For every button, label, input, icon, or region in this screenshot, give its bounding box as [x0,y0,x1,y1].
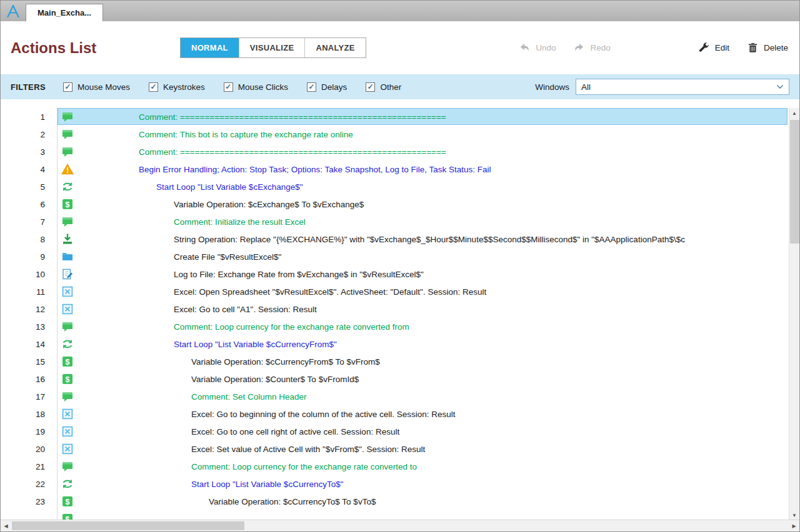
filter-label: Keystrokes [163,82,205,92]
action-row[interactable]: 18Excel: Go to beginning of the column o… [1,405,789,423]
filter-mouse-clicks[interactable]: ✓Mouse Clicks [224,82,288,92]
trash-icon [747,42,759,54]
action-text: Comment: Loop currency for the exchange … [174,322,409,332]
loop-icon [61,338,74,350]
action-row[interactable]: 3Comment: ==============================… [1,143,789,160]
action-text: Excel: Go to cell "A1". Session: Result [174,305,317,314]
vertical-scroll-thumb[interactable] [790,120,799,244]
action-row[interactable]: 12Excel: Go to cell "A1". Session: Resul… [1,300,789,318]
tab-analyze[interactable]: ANALYZE [305,38,365,57]
action-row[interactable]: 14Start Loop "List Variable $cCurrencyFr… [1,335,789,353]
filter-label: Delays [321,82,347,92]
window-tab-bar: Main_Excha... [1,1,799,21]
tab-normal[interactable]: NORMAL [181,38,239,57]
edit-button[interactable]: Edit [698,42,729,54]
comment-icon [61,215,74,228]
redo-button[interactable]: Redo [573,42,610,54]
task-tab[interactable]: Main_Excha... [26,4,103,21]
action-row[interactable]: 16$Variable Operation: $Counter$ To $vFr… [1,370,789,388]
redo-icon [573,42,585,54]
row-number: 21 [1,462,45,471]
string-operation-icon [61,233,74,245]
action-row[interactable]: 22Start Loop "List Variable $cCurrencyTo… [1,475,789,493]
action-text: Comment: ===============================… [139,112,446,122]
row-number: 8 [1,235,45,244]
vertical-scrollbar[interactable]: ▲ ▼ [789,108,799,521]
scroll-right-button[interactable]: ▶ [789,520,799,531]
action-row[interactable]: 15$Variable Operation: $cCurrencyFrom$ T… [1,353,789,370]
action-text: Create File "$vResultExcel$" [174,252,281,262]
action-row[interactable]: 11Excel: Open Spreadsheet "$vResultExcel… [1,283,789,300]
filters-label: FILTERS [11,82,46,92]
filter-delays[interactable]: ✓Delays [307,82,347,92]
action-label: Edit [715,43,729,52]
action-label: Delete [764,43,788,52]
svg-text:$: $ [66,358,70,367]
comment-icon [61,145,74,158]
action-text: String Operation: Replace "{%EXCHANGE%}"… [174,235,685,244]
checkbox-keystrokes[interactable]: ✓ [149,82,158,92]
action-row[interactable]: 19Excel: Go to one cell right of active … [1,423,789,440]
action-row[interactable]: 6$Variable Operation: $cExchange$ To $vE… [1,195,789,213]
checkbox-other[interactable]: ✓ [366,82,375,92]
warning-icon [61,163,74,175]
tab-visualize[interactable]: VISUALIZE [239,38,306,57]
svg-text:$: $ [66,200,70,209]
view-mode-tabs: NORMALVISUALIZEANALYZE [180,37,366,58]
chevron-down-icon [776,84,784,89]
horizontal-scrollbar[interactable]: ◀ ▶ [1,520,799,531]
excel-icon [61,285,74,298]
action-row[interactable]: 2Comment: This bot is to capture the exc… [1,126,789,143]
row-number: 14 [1,340,45,349]
filter-other[interactable]: ✓Other [366,82,401,92]
action-row[interactable]: 1Comment: ==============================… [1,108,789,126]
action-text: Comment: Loop currency for the exchange … [191,462,417,471]
excel-icon [61,443,74,455]
checkbox-mouse-moves[interactable]: ✓ [63,82,72,92]
action-row[interactable]: 17Comment: Set Column Header [1,388,789,405]
row-number: 7 [1,217,45,227]
windows-dropdown-value: All [581,82,591,92]
action-row[interactable]: 23$Variable Operation: $cCurrencyTo$ To … [1,493,789,510]
row-number: 6 [1,200,45,209]
delete-button[interactable]: Delete [747,42,788,54]
comment-icon [61,320,74,333]
action-row[interactable]: 4Begin Error Handling; Action: Stop Task… [1,160,789,178]
action-row[interactable]: 13Comment: Loop currency for the exchang… [1,318,789,335]
action-text: Comment: ===============================… [139,147,446,157]
actions-list: 1Comment: ==============================… [1,108,799,521]
action-text: Begin Error Handling; Action: Stop Task;… [139,165,491,174]
filter-label: Mouse Moves [78,82,130,92]
action-row[interactable]: 5Start Loop "List Variable $cExchange$" [1,178,789,195]
row-number: 23 [1,497,45,506]
action-row[interactable]: 20Excel: Set value of Active Cell with "… [1,440,789,458]
row-number: 15 [1,357,45,367]
action-row[interactable]: 9Create File "$vResultExcel$" [1,248,789,265]
action-label: Undo [536,43,556,52]
filter-keystrokes[interactable]: ✓Keystrokes [149,82,205,92]
task-tab-label: Main_Excha... [38,8,91,17]
action-text: Comment: Set Column Header [191,392,307,401]
row-number: 2 [1,130,45,139]
action-row[interactable]: 10Log to File: Exchange Rate from $vExch… [1,265,789,283]
action-label: Redo [590,43,610,52]
action-text: Excel: Open Spreadsheet "$vResultExcel$"… [174,287,486,297]
comment-icon [61,111,74,123]
action-row[interactable]: 8String Operation: Replace "{%EXCHANGE%}… [1,230,789,248]
row-number: 12 [1,305,45,314]
checkbox-delays[interactable]: ✓ [307,82,316,92]
action-text: Start Loop "List Variable $cCurrencyFrom… [174,340,337,349]
loop-icon [61,180,74,193]
action-row[interactable]: 21Comment: Loop currency for the exchang… [1,458,789,475]
horizontal-scroll-thumb[interactable] [12,521,244,530]
action-text: Comment: Initialize the result Excel [174,217,306,227]
loop-icon [61,478,74,490]
scroll-up-button[interactable]: ▲ [789,108,799,119]
windows-dropdown[interactable]: All [576,79,789,95]
filter-mouse-moves[interactable]: ✓Mouse Moves [63,82,130,92]
action-row[interactable]: 7Comment: Initialize the result Excel [1,213,789,230]
scroll-left-button[interactable]: ◀ [1,520,11,531]
checkbox-mouse-clicks[interactable]: ✓ [224,82,233,92]
row-number: 11 [1,287,45,297]
undo-button[interactable]: Undo [519,42,556,54]
